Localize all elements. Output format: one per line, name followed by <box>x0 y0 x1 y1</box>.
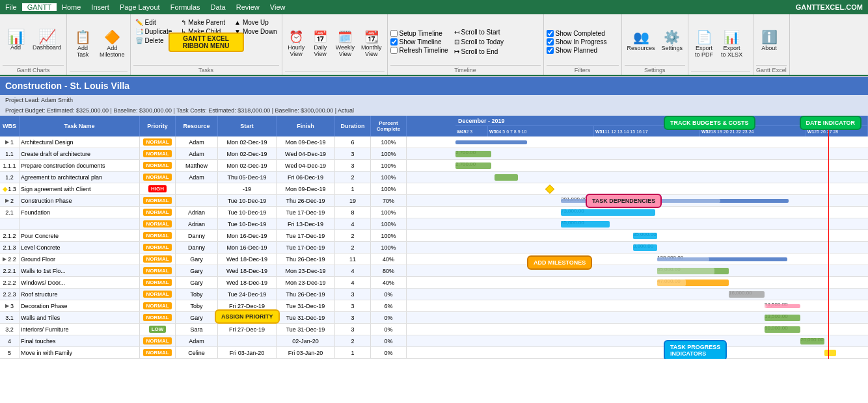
resources-button[interactable]: 👥 Resources <box>625 28 658 53</box>
td-percent: 40% <box>371 254 407 265</box>
menu-review[interactable]: Review <box>231 3 265 11</box>
scroll-start-button[interactable]: ↤ Scroll to Start <box>452 28 506 36</box>
gantt-bar[interactable] <box>495 174 518 181</box>
show-completed-input[interactable] <box>547 30 554 37</box>
scroll-today-button[interactable]: ⊡ Scroll to Today <box>452 38 506 46</box>
setup-timeline-input[interactable] <box>390 30 398 37</box>
task-row[interactable]: ▶ 2 Construction Phase NORMAL Tue 10-Dec… <box>0 195 455 207</box>
task-progress-callout: TASK PROGRESSINDICATORS <box>664 340 727 359</box>
task-row[interactable]: 4 Final touches NORMAL Adam 02-Jan-20 2 … <box>0 335 455 347</box>
gantt-bar[interactable] <box>455 140 527 144</box>
table-header: WBS Task Name Priority Resource Start Fi… <box>0 116 455 136</box>
task-row[interactable]: 1.1.1 Prepare construction documents NOR… <box>0 160 455 172</box>
weekly-view-button[interactable]: 🗓️ WeeklyView <box>333 29 357 58</box>
menu-data[interactable]: Data <box>206 3 231 11</box>
task-row[interactable]: 1.1 Create draft of architecture NORMAL … <box>0 148 455 160</box>
add-task-button[interactable]: 📋 AddTask <box>70 28 96 59</box>
settings-button[interactable]: ⚙️ Settings <box>659 28 686 53</box>
gantt-charts-title: Gantt Charts <box>3 65 64 73</box>
priority-badge: NORMAL <box>143 232 171 239</box>
project-budget: Project Budget: Estimated: $325,000.00 |… <box>0 105 868 116</box>
setup-timeline-label: Setup Timeline <box>400 30 442 37</box>
task-row[interactable]: 2.2.2 Windows/ Door... NORMAL Gary Wed 1… <box>0 277 455 289</box>
td-percent: 70% <box>371 195 407 206</box>
td-name: Pour Concrete <box>20 230 140 241</box>
task-row[interactable]: 1.2 Agreement to architectural plan NORM… <box>0 172 455 183</box>
gantt-bar[interactable] <box>824 350 836 356</box>
gantt-bar[interactable] <box>561 221 610 228</box>
td-finish: 02-Jan-20 <box>277 335 335 346</box>
show-timeline-check[interactable]: Show Timeline <box>390 38 448 46</box>
td-finish: Tue 17-Dec-19 <box>277 242 335 253</box>
make-parent-button[interactable]: ↰ Make Parent <box>179 18 227 27</box>
menu-formulas[interactable]: Formulas <box>165 3 206 11</box>
task-row[interactable]: 2.1 Foundation NORMAL Adrian Tue 10-Dec-… <box>0 207 455 218</box>
expand-arrow[interactable]: ▶ <box>5 303 9 309</box>
export-xlsx-button[interactable]: 📊 Exportto XLSX <box>718 28 745 59</box>
task-row[interactable]: 2.2.3 Roof structure NORMAL Toby Tue 24-… <box>0 289 455 300</box>
task-row[interactable]: 2.1.2 Pour Concrete NORMAL Danny Mon 16-… <box>0 230 455 242</box>
task-row[interactable]: ▶ 2.2 Ground Floor NORMAL Gary Wed 18-De… <box>0 254 455 265</box>
scroll-end-button[interactable]: ↦ Scroll to End <box>452 47 506 56</box>
gantt-bar[interactable] <box>633 233 657 239</box>
expand-arrow[interactable]: ▶ <box>5 198 9 203</box>
task-row[interactable]: 5 Move in with Family NORMAL Celine Fri … <box>0 347 455 359</box>
td-start: Tue 10-Dec-19 <box>218 218 277 229</box>
brand-label: GANTTEXCEL.COM <box>791 3 868 11</box>
td-duration: 4 <box>335 218 371 229</box>
menu-insert[interactable]: Insert <box>86 3 115 11</box>
menu-file[interactable]: File <box>0 3 22 11</box>
show-completed-check[interactable]: Show Completed <box>547 30 619 37</box>
expand-arrow[interactable]: ▶ <box>3 256 7 262</box>
assign-priority-callout: ASSIGN PRIORITY <box>215 309 280 324</box>
setup-timeline-check[interactable]: Setup Timeline <box>390 30 448 37</box>
gantt-bar[interactable] <box>455 162 491 169</box>
menu-gantt[interactable]: GANTT <box>22 3 57 11</box>
task-row[interactable]: 2.2.1 Walls to 1st Flo... NORMAL Gary We… <box>0 265 455 277</box>
gantt-bar[interactable] <box>633 244 657 251</box>
td-start: Fri 03-Jan-20 <box>218 347 277 358</box>
edit-button[interactable]: ✏️ Edit <box>133 18 174 27</box>
menu-home[interactable]: Home <box>57 3 86 11</box>
show-planned-check[interactable]: Show Planned <box>547 47 619 54</box>
gantt-bar[interactable] <box>455 151 491 157</box>
show-planned-input[interactable] <box>547 47 554 54</box>
show-in-progress-input[interactable] <box>547 38 554 46</box>
task-row[interactable]: 2.1.3 Level Concrete NORMAL Danny Mon 16… <box>0 242 455 254</box>
add-task-buttons: 📋 AddTask 🔶 AddMilestone <box>70 16 128 72</box>
show-in-progress-check[interactable]: Show In Progress <box>547 38 619 46</box>
gantt-milestone-diamond <box>545 185 554 194</box>
task-row[interactable]: NORMAL Adrian Tue 10-Dec-19 Fri 13-Dec-1… <box>0 218 455 230</box>
gantt-bar[interactable] <box>765 315 800 321</box>
scroll-end-label: Scroll to End <box>461 48 498 55</box>
about-button[interactable]: ℹ️ About <box>756 28 782 53</box>
gantt-bar[interactable] <box>765 304 800 308</box>
task-row[interactable]: 3.2 Interiors/ Furniture LOW Sara Fri 27… <box>0 324 455 335</box>
daily-view-button[interactable]: 📅 DailyView <box>309 29 332 58</box>
td-priority: NORMAL <box>140 172 176 183</box>
gantt-bar[interactable] <box>729 291 765 298</box>
monthly-view-button[interactable]: 📆 MonthlyView <box>359 29 385 58</box>
gantt-bar[interactable] <box>765 326 800 333</box>
td-finish: Wed 04-Dec-19 <box>277 148 335 159</box>
td-start: Fri 27-Dec-19 <box>218 324 277 335</box>
add-button[interactable]: 📊 Add <box>3 29 29 52</box>
refresh-timeline-check[interactable]: Refresh Timeline <box>390 47 448 54</box>
gantt-bar[interactable] <box>800 338 824 344</box>
dashboard-button[interactable]: 📈 Dashboard <box>30 29 64 52</box>
show-timeline-input[interactable] <box>390 38 398 46</box>
task-row[interactable]: ◆ 1.3 Sign agreement with Client HIGH -1… <box>0 183 455 195</box>
hourly-view-button[interactable]: ⏰ HourlyView <box>285 29 308 58</box>
td-priority: LOW <box>140 324 176 335</box>
date-indicator-line <box>828 116 829 359</box>
menu-page-layout[interactable]: Page Layout <box>115 3 165 11</box>
add-milestone-button[interactable]: 🔶 AddMilestone <box>97 28 128 59</box>
move-up-button[interactable]: ▲ Move Up <box>232 18 279 27</box>
export-pdf-button[interactable]: 📄 Exportto PDF <box>691 28 717 59</box>
refresh-timeline-input[interactable] <box>390 47 398 54</box>
task-row[interactable]: ▶ 1 Architectural Design NORMAL Adam Mon… <box>0 136 455 148</box>
gantt-bar[interactable] <box>561 209 655 216</box>
menu-view[interactable]: View <box>265 3 291 11</box>
expand-arrow[interactable]: ▶ <box>5 139 9 145</box>
td-resource: Adam <box>176 172 218 183</box>
